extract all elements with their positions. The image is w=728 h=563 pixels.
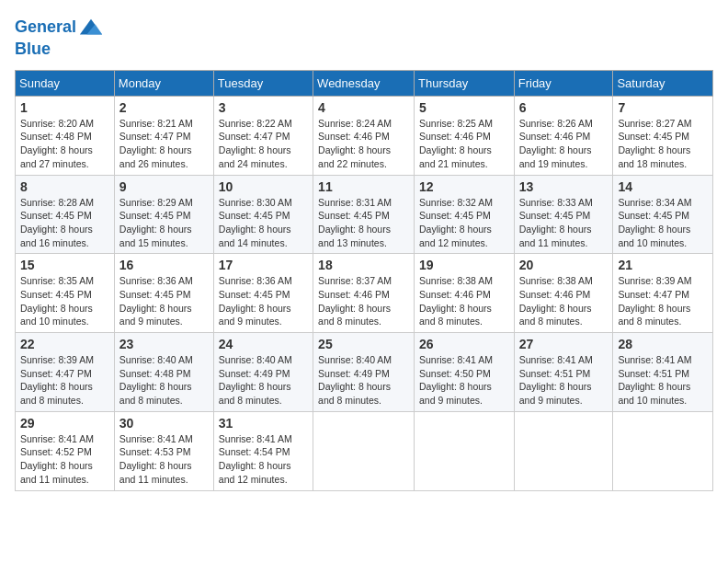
sunrise-label: Sunrise: 8:39 AM <box>618 275 691 286</box>
sunset-label: Sunset: 4:45 PM <box>20 210 92 221</box>
calendar-week-row: 15 Sunrise: 8:35 AM Sunset: 4:45 PM Dayl… <box>16 254 713 333</box>
daylight-label: Daylight: 8 hours and 10 minutes. <box>618 224 690 248</box>
day-info: Sunrise: 8:27 AM Sunset: 4:45 PM Dayligh… <box>618 117 708 171</box>
daylight-label: Daylight: 8 hours and 11 minutes. <box>519 224 592 248</box>
sunset-label: Sunset: 4:46 PM <box>419 131 491 142</box>
daylight-label: Daylight: 8 hours and 10 minutes. <box>618 381 690 406</box>
day-info: Sunrise: 8:36 AM Sunset: 4:45 PM Dayligh… <box>219 274 308 328</box>
column-header-wednesday: Wednesday <box>313 70 415 96</box>
sunrise-label: Sunrise: 8:20 AM <box>20 118 94 129</box>
sunrise-label: Sunrise: 8:36 AM <box>119 275 193 286</box>
calendar-cell <box>613 411 713 490</box>
daylight-label: Daylight: 8 hours and 8 minutes. <box>119 381 192 406</box>
daylight-label: Daylight: 8 hours and 9 minutes. <box>419 381 492 406</box>
day-info: Sunrise: 8:28 AM Sunset: 4:45 PM Dayligh… <box>20 196 109 250</box>
sunset-label: Sunset: 4:45 PM <box>618 131 689 142</box>
calendar-cell: 13 Sunrise: 8:33 AM Sunset: 4:45 PM Dayl… <box>514 175 613 254</box>
daylight-label: Daylight: 8 hours and 11 minutes. <box>20 460 93 485</box>
column-header-saturday: Saturday <box>613 70 713 96</box>
day-number: 24 <box>219 337 308 351</box>
daylight-label: Daylight: 8 hours and 14 minutes. <box>219 224 291 248</box>
daylight-label: Daylight: 8 hours and 12 minutes. <box>219 460 291 485</box>
day-info: Sunrise: 8:33 AM Sunset: 4:45 PM Dayligh… <box>519 196 609 250</box>
daylight-label: Daylight: 8 hours and 9 minutes. <box>119 303 192 327</box>
sunrise-label: Sunrise: 8:41 AM <box>618 354 691 365</box>
daylight-label: Daylight: 8 hours and 22 minutes. <box>318 144 391 169</box>
daylight-label: Daylight: 8 hours and 8 minutes. <box>20 381 93 406</box>
day-number: 10 <box>219 179 308 194</box>
sunset-label: Sunset: 4:46 PM <box>318 131 390 142</box>
sunset-label: Sunset: 4:49 PM <box>219 368 290 379</box>
calendar-cell: 9 Sunrise: 8:29 AM Sunset: 4:45 PM Dayli… <box>114 175 213 254</box>
day-info: Sunrise: 8:29 AM Sunset: 4:45 PM Dayligh… <box>119 196 209 250</box>
day-number: 22 <box>20 337 109 351</box>
daylight-label: Daylight: 8 hours and 9 minutes. <box>219 303 291 327</box>
sunset-label: Sunset: 4:48 PM <box>119 368 191 379</box>
sunset-label: Sunset: 4:46 PM <box>519 131 591 142</box>
sunset-label: Sunset: 4:51 PM <box>618 368 689 379</box>
sunrise-label: Sunrise: 8:40 AM <box>219 354 292 365</box>
day-info: Sunrise: 8:40 AM Sunset: 4:49 PM Dayligh… <box>318 353 409 408</box>
sunrise-label: Sunrise: 8:27 AM <box>618 118 691 129</box>
calendar-week-row: 29 Sunrise: 8:41 AM Sunset: 4:52 PM Dayl… <box>16 411 713 490</box>
day-info: Sunrise: 8:41 AM Sunset: 4:52 PM Dayligh… <box>20 432 109 487</box>
logo: GeneralBlue <box>15 15 104 59</box>
calendar-cell: 1 Sunrise: 8:20 AM Sunset: 4:48 PM Dayli… <box>16 96 115 175</box>
day-number: 12 <box>419 179 509 194</box>
daylight-label: Daylight: 8 hours and 8 minutes. <box>219 381 291 406</box>
day-number: 27 <box>519 337 609 351</box>
daylight-label: Daylight: 8 hours and 8 minutes. <box>318 381 391 406</box>
daylight-label: Daylight: 8 hours and 13 minutes. <box>318 224 391 248</box>
calendar-cell <box>415 411 515 490</box>
sunrise-label: Sunrise: 8:38 AM <box>419 275 493 286</box>
day-info: Sunrise: 8:38 AM Sunset: 4:46 PM Dayligh… <box>519 274 609 328</box>
column-header-monday: Monday <box>114 70 213 96</box>
calendar-cell: 15 Sunrise: 8:35 AM Sunset: 4:45 PM Dayl… <box>16 254 115 333</box>
day-number: 2 <box>119 100 209 115</box>
calendar-cell: 2 Sunrise: 8:21 AM Sunset: 4:47 PM Dayli… <box>114 96 213 175</box>
daylight-label: Daylight: 8 hours and 9 minutes. <box>519 381 592 406</box>
sunrise-label: Sunrise: 8:22 AM <box>219 118 292 129</box>
sunset-label: Sunset: 4:45 PM <box>318 210 390 221</box>
day-info: Sunrise: 8:40 AM Sunset: 4:49 PM Dayligh… <box>219 353 308 408</box>
daylight-label: Daylight: 8 hours and 8 minutes. <box>419 303 492 327</box>
sunset-label: Sunset: 4:47 PM <box>618 289 689 300</box>
calendar-cell: 16 Sunrise: 8:36 AM Sunset: 4:45 PM Dayl… <box>114 254 213 333</box>
day-info: Sunrise: 8:30 AM Sunset: 4:45 PM Dayligh… <box>219 196 308 250</box>
sunset-label: Sunset: 4:48 PM <box>20 131 92 142</box>
sunset-label: Sunset: 4:45 PM <box>219 210 290 221</box>
calendar-cell: 22 Sunrise: 8:39 AM Sunset: 4:47 PM Dayl… <box>16 333 115 412</box>
daylight-label: Daylight: 8 hours and 10 minutes. <box>20 303 93 327</box>
day-info: Sunrise: 8:22 AM Sunset: 4:47 PM Dayligh… <box>219 117 308 171</box>
day-number: 1 <box>20 100 109 115</box>
sunset-label: Sunset: 4:45 PM <box>519 210 591 221</box>
calendar-cell: 6 Sunrise: 8:26 AM Sunset: 4:46 PM Dayli… <box>514 96 613 175</box>
day-number: 26 <box>419 337 509 351</box>
calendar-header-row: SundayMondayTuesdayWednesdayThursdayFrid… <box>16 70 713 96</box>
calendar-cell: 18 Sunrise: 8:37 AM Sunset: 4:46 PM Dayl… <box>313 254 415 333</box>
sunrise-label: Sunrise: 8:28 AM <box>20 197 94 208</box>
day-info: Sunrise: 8:41 AM Sunset: 4:51 PM Dayligh… <box>519 353 609 408</box>
sunrise-label: Sunrise: 8:29 AM <box>119 197 193 208</box>
logo-text: GeneralBlue <box>15 15 104 59</box>
sunset-label: Sunset: 4:53 PM <box>119 446 191 457</box>
day-info: Sunrise: 8:41 AM Sunset: 4:54 PM Dayligh… <box>219 432 308 487</box>
calendar-cell <box>514 411 613 490</box>
day-number: 15 <box>20 258 109 272</box>
sunrise-label: Sunrise: 8:30 AM <box>219 197 292 208</box>
day-info: Sunrise: 8:38 AM Sunset: 4:46 PM Dayligh… <box>419 274 509 328</box>
day-number: 3 <box>219 100 308 115</box>
daylight-label: Daylight: 8 hours and 8 minutes. <box>519 303 592 327</box>
calendar-cell: 17 Sunrise: 8:36 AM Sunset: 4:45 PM Dayl… <box>213 254 313 333</box>
sunrise-label: Sunrise: 8:35 AM <box>20 275 94 286</box>
sunset-label: Sunset: 4:47 PM <box>219 131 290 142</box>
sunrise-label: Sunrise: 8:36 AM <box>219 275 292 286</box>
day-info: Sunrise: 8:34 AM Sunset: 4:45 PM Dayligh… <box>618 196 708 250</box>
calendar-cell: 27 Sunrise: 8:41 AM Sunset: 4:51 PM Dayl… <box>514 333 613 412</box>
day-info: Sunrise: 8:24 AM Sunset: 4:46 PM Dayligh… <box>318 117 409 171</box>
day-info: Sunrise: 8:39 AM Sunset: 4:47 PM Dayligh… <box>618 274 708 328</box>
sunset-label: Sunset: 4:45 PM <box>419 210 491 221</box>
day-number: 20 <box>519 258 609 272</box>
sunrise-label: Sunrise: 8:31 AM <box>318 197 392 208</box>
calendar-cell: 14 Sunrise: 8:34 AM Sunset: 4:45 PM Dayl… <box>613 175 713 254</box>
